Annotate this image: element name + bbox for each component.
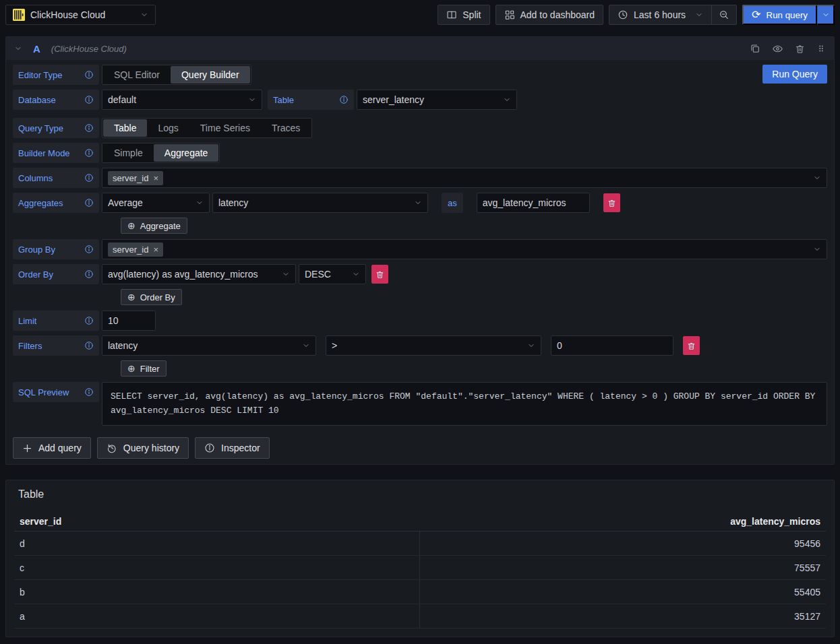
split-icon xyxy=(446,9,457,20)
cell-server-id: a xyxy=(14,604,420,628)
aggregate-column-select[interactable]: latency xyxy=(212,193,428,213)
table-select[interactable]: server_latency xyxy=(357,90,517,110)
filter-column-select[interactable]: latency xyxy=(102,335,316,356)
explore-toolbar: ClickHouse Cloud Split Add to dashboard … xyxy=(0,0,840,30)
query-builder-form: Editor Type SQL Editor Query Builder Dat… xyxy=(6,60,834,426)
aggregate-alias-input[interactable] xyxy=(477,193,590,213)
split-button[interactable]: Split xyxy=(438,5,489,25)
order-direction-value: DESC xyxy=(305,269,348,280)
filter-value-input[interactable] xyxy=(551,335,673,356)
collapse-chevron-icon[interactable] xyxy=(14,44,22,53)
table-panel: Table server_id avg_latency_micros d 954… xyxy=(5,480,835,637)
filter-operator-value: > xyxy=(332,340,523,351)
chevron-down-icon xyxy=(813,245,821,253)
field-label: Database xyxy=(18,95,56,105)
time-range-button[interactable]: Last 6 hours xyxy=(609,5,712,25)
columns-multiselect[interactable]: server_id × xyxy=(102,168,827,188)
option-table[interactable]: Table xyxy=(103,119,147,137)
info-icon xyxy=(84,387,94,397)
query-row-actions xyxy=(750,43,826,55)
chevron-down-icon xyxy=(813,174,821,182)
option-sql-editor[interactable]: SQL Editor xyxy=(103,66,171,84)
add-aggregate-button[interactable]: ⊕ Aggregate xyxy=(121,218,187,234)
field-label: Limit xyxy=(18,316,36,326)
table-value: server_latency xyxy=(363,94,499,105)
column-header-avg-latency-micros[interactable]: avg_latency_micros xyxy=(420,516,826,527)
option-logs[interactable]: Logs xyxy=(147,119,189,137)
sql-preview-row: SQL Preview SELECT server_id, avg(latenc… xyxy=(13,382,827,426)
table-row: d 95456 xyxy=(14,532,826,556)
split-label: Split xyxy=(462,9,481,20)
query-editor-panel: A (ClickHouse Cloud) Run Query Editor Ty… xyxy=(5,36,835,465)
remove-order-by-button[interactable] xyxy=(371,265,388,284)
column-header-server-id[interactable]: server_id xyxy=(14,516,420,527)
group-by-label: Group By xyxy=(13,239,99,259)
add-to-dashboard-button[interactable]: Add to dashboard xyxy=(496,5,604,25)
table-row: b 55405 xyxy=(14,580,826,604)
query-type-row: Query Type Table Logs Time Series Traces xyxy=(13,118,827,138)
run-query-button[interactable]: ⟳ Run query xyxy=(742,5,817,25)
field-label: Query Type xyxy=(18,123,63,133)
add-order-by-label: Order By xyxy=(140,292,175,302)
query-history-button[interactable]: Query history xyxy=(97,437,189,459)
chevron-down-icon xyxy=(527,342,535,350)
chevron-down-icon xyxy=(140,11,148,19)
remove-chip-icon[interactable]: × xyxy=(153,245,158,254)
explore-footer-actions: Add query Query history Inspector xyxy=(13,437,270,459)
add-filter-button[interactable]: ⊕ Filter xyxy=(121,360,167,377)
zoom-out-button[interactable] xyxy=(712,5,737,25)
chevron-down-icon xyxy=(503,96,511,104)
info-icon xyxy=(339,95,349,104)
info-icon xyxy=(84,148,94,158)
toolbar-actions: Split Add to dashboard Last 6 hours xyxy=(438,5,835,25)
cell-server-id: d xyxy=(14,532,420,555)
editor-type-toggle: SQL Editor Query Builder xyxy=(102,65,251,85)
order-by-column-select[interactable]: avg(latency) as avg_latency_micros xyxy=(102,264,296,284)
group-by-multiselect[interactable]: server_id × xyxy=(102,239,827,259)
add-order-by-button[interactable]: ⊕ Order By xyxy=(121,289,182,305)
option-aggregate[interactable]: Aggregate xyxy=(154,144,219,162)
remove-query-trash-icon[interactable] xyxy=(795,44,805,54)
hide-query-eye-icon[interactable] xyxy=(772,43,783,55)
columns-row: Columns server_id × xyxy=(13,168,827,188)
database-select[interactable]: default xyxy=(102,90,262,110)
query-ref-id[interactable]: A xyxy=(33,43,40,55)
aggregates-row: Aggregates Average latency as xyxy=(13,193,827,213)
aggregates-label: Aggregates xyxy=(13,193,99,213)
add-query-label: Add query xyxy=(38,443,82,453)
limit-input[interactable] xyxy=(102,311,156,331)
chip-label: server_id xyxy=(113,173,148,183)
option-traces[interactable]: Traces xyxy=(261,119,311,137)
cell-server-id: c xyxy=(14,556,420,579)
remove-filter-button[interactable] xyxy=(683,336,700,355)
inspector-button[interactable]: Inspector xyxy=(195,437,270,459)
table-row: c 75557 xyxy=(14,556,826,580)
run-query-dropdown-toggle[interactable] xyxy=(817,5,835,25)
remove-aggregate-button[interactable] xyxy=(603,193,620,212)
chevron-down-icon xyxy=(414,199,422,207)
add-to-dashboard-label: Add to dashboard xyxy=(520,9,595,20)
info-circle-icon xyxy=(204,443,215,453)
info-icon xyxy=(84,95,94,104)
option-query-builder[interactable]: Query Builder xyxy=(171,66,250,84)
field-label: Order By xyxy=(18,269,53,280)
drag-handle-icon[interactable] xyxy=(816,43,826,54)
selected-group-by-chip[interactable]: server_id × xyxy=(108,243,163,257)
aggregate-function-select[interactable]: Average xyxy=(102,193,210,213)
selected-column-chip[interactable]: server_id × xyxy=(108,171,163,185)
filters-row: Filters latency > xyxy=(13,335,827,356)
table-label: Table xyxy=(268,90,354,110)
info-icon xyxy=(84,198,94,207)
remove-chip-icon[interactable]: × xyxy=(153,174,158,183)
circle-plus-icon: ⊕ xyxy=(127,363,136,374)
option-simple[interactable]: Simple xyxy=(103,144,154,162)
filter-operator-select[interactable]: > xyxy=(326,335,541,356)
add-query-button[interactable]: Add query xyxy=(13,437,91,459)
columns-label: Columns xyxy=(13,168,99,188)
option-time-series[interactable]: Time Series xyxy=(189,119,261,137)
order-by-direction-select[interactable]: DESC xyxy=(299,264,366,284)
duplicate-query-icon[interactable] xyxy=(750,43,760,54)
chip-label: server_id xyxy=(113,245,148,255)
chevron-down-icon xyxy=(352,270,360,278)
datasource-picker[interactable]: ClickHouse Cloud xyxy=(5,5,156,25)
